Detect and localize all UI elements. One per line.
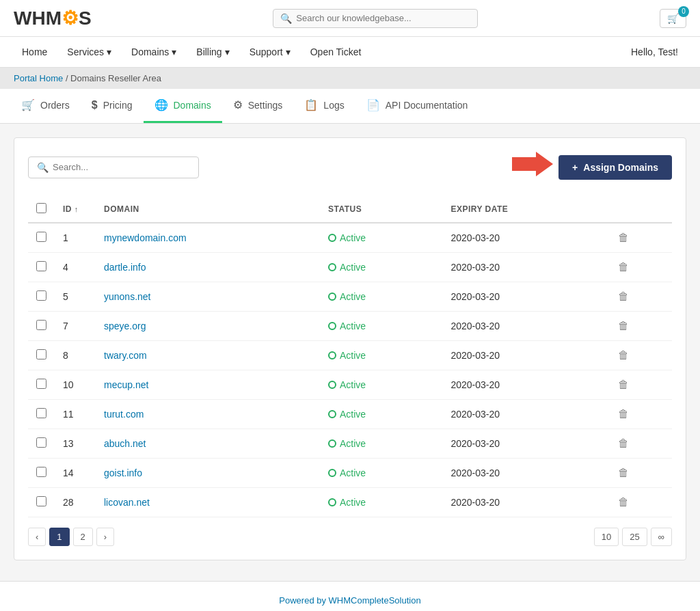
table-row: 8 twary.com Active 2020-03-20 🗑	[28, 341, 672, 370]
row-checkbox-cell	[28, 488, 55, 517]
row-domain[interactable]: yunons.net	[96, 282, 320, 312]
row-domain[interactable]: goist.info	[96, 459, 320, 488]
delete-row-button[interactable]: 🗑	[618, 408, 629, 420]
nav-domains[interactable]: Domains ▾	[123, 37, 185, 67]
search-input[interactable]	[296, 13, 470, 23]
nav-home[interactable]: Home	[14, 37, 55, 67]
col-domain: DOMAIN	[96, 196, 320, 223]
row-status: Active	[320, 282, 442, 312]
row-domain[interactable]: speye.org	[96, 312, 320, 341]
status-dot-icon	[328, 498, 336, 506]
nav-billing[interactable]: Billing ▾	[188, 37, 237, 67]
table-header-row: ID ↑ DOMAIN STATUS EXPIRY DATE	[28, 196, 672, 223]
header-right: 🛒 0	[660, 9, 686, 28]
select-all-checkbox[interactable]	[36, 203, 46, 213]
row-checkbox[interactable]	[36, 408, 46, 418]
row-checkbox[interactable]	[36, 349, 46, 359]
assign-domains-button[interactable]: + Assign Domains	[558, 155, 672, 180]
row-id: 28	[55, 488, 96, 517]
delete-row-button[interactable]: 🗑	[618, 232, 629, 244]
domain-search-wrap[interactable]: 🔍	[28, 157, 199, 178]
row-checkbox-cell	[28, 429, 55, 459]
tab-domains-label: Domains	[174, 100, 211, 111]
row-expiry: 2020-03-20	[442, 429, 610, 459]
row-checkbox[interactable]	[36, 320, 46, 330]
next-page-button[interactable]: ›	[96, 528, 114, 546]
status-label: Active	[340, 291, 366, 302]
row-id: 5	[55, 282, 96, 312]
row-status: Active	[320, 400, 442, 429]
row-delete-cell: 🗑	[610, 459, 672, 488]
tab-domains[interactable]: 🌐 Domains	[144, 89, 222, 123]
row-delete-cell: 🗑	[610, 223, 672, 253]
delete-row-button[interactable]: 🗑	[618, 379, 629, 391]
row-domain[interactable]: twary.com	[96, 341, 320, 370]
row-checkbox[interactable]	[36, 261, 46, 271]
row-checkbox[interactable]	[36, 437, 46, 448]
pricing-icon: $	[92, 99, 98, 111]
tab-orders[interactable]: 🛒 Orders	[10, 89, 81, 123]
row-expiry: 2020-03-20	[442, 253, 610, 282]
delete-row-button[interactable]: 🗑	[618, 496, 629, 508]
domain-search-icon: 🔍	[37, 162, 49, 173]
row-checkbox-cell	[28, 370, 55, 400]
row-domain[interactable]: licovan.net	[96, 488, 320, 517]
domains-table: ID ↑ DOMAIN STATUS EXPIRY DATE 1 mynewdo…	[28, 196, 672, 517]
delete-row-button[interactable]: 🗑	[618, 349, 629, 362]
status-label: Active	[340, 497, 366, 508]
row-domain[interactable]: mecup.net	[96, 370, 320, 400]
delete-row-button[interactable]: 🗑	[618, 320, 629, 332]
per-page-25-button[interactable]: 25	[622, 528, 647, 546]
row-status: Active	[320, 429, 442, 459]
tab-logs[interactable]: 📋 Logs	[293, 89, 355, 123]
status-label: Active	[340, 467, 366, 478]
row-id: 13	[55, 429, 96, 459]
cart-button[interactable]: 🛒 0	[660, 9, 686, 28]
col-expiry: EXPIRY DATE	[442, 196, 610, 223]
row-checkbox[interactable]	[36, 379, 46, 389]
page-1-button[interactable]: 1	[49, 528, 69, 546]
search-bar[interactable]: 🔍	[273, 9, 478, 28]
row-checkbox[interactable]	[36, 496, 46, 506]
user-greeting[interactable]: Hello, Test!	[623, 37, 686, 67]
row-domain[interactable]: dartle.info	[96, 253, 320, 282]
status-dot-icon	[328, 469, 336, 477]
row-checkbox[interactable]	[36, 290, 46, 301]
row-status: Active	[320, 488, 442, 517]
tab-api-docs[interactable]: 📄 API Documentation	[355, 89, 479, 123]
delete-row-button[interactable]: 🗑	[618, 467, 629, 479]
domain-search-input[interactable]	[53, 162, 190, 172]
delete-row-button[interactable]: 🗑	[618, 290, 629, 303]
per-page-all-button[interactable]: ∞	[651, 528, 672, 546]
nav-open-ticket[interactable]: Open Ticket	[302, 37, 370, 67]
row-checkbox[interactable]	[36, 467, 46, 477]
page-2-button[interactable]: 2	[73, 528, 93, 546]
logo-gear-icon: ⚙	[62, 8, 79, 29]
row-domain[interactable]: abuch.net	[96, 429, 320, 459]
table-row: 7 speye.org Active 2020-03-20 🗑	[28, 312, 672, 341]
tab-settings[interactable]: ⚙ Settings	[222, 89, 294, 123]
breadcrumb-current: Domains Reseller Area	[70, 73, 161, 83]
row-delete-cell: 🗑	[610, 370, 672, 400]
tab-settings-label: Settings	[248, 100, 283, 111]
tab-nav: 🛒 Orders $ Pricing 🌐 Domains ⚙ Settings …	[0, 89, 700, 124]
status-dot-icon	[328, 234, 336, 242]
nav-services[interactable]: Services ▾	[59, 37, 120, 67]
table-row: 11 turut.com Active 2020-03-20 🗑	[28, 400, 672, 429]
delete-row-button[interactable]: 🗑	[618, 261, 629, 273]
main-nav: Home Services ▾ Domains ▾ Billing ▾ Supp…	[0, 37, 700, 68]
nav-support[interactable]: Support ▾	[241, 37, 299, 67]
row-expiry: 2020-03-20	[442, 341, 610, 370]
delete-row-button[interactable]: 🗑	[618, 437, 629, 450]
row-domain[interactable]: mynewdomain.com	[96, 223, 320, 253]
breadcrumb-home[interactable]: Portal Home	[14, 73, 63, 83]
tab-pricing[interactable]: $ Pricing	[81, 90, 144, 123]
row-id: 10	[55, 370, 96, 400]
tab-orders-label: Orders	[40, 100, 70, 111]
footer: Powered by WHMCompleteSolution	[0, 581, 700, 611]
col-id[interactable]: ID ↑	[55, 196, 96, 223]
row-domain[interactable]: turut.com	[96, 400, 320, 429]
per-page-10-button[interactable]: 10	[594, 528, 619, 546]
row-checkbox[interactable]	[36, 232, 46, 242]
prev-page-button[interactable]: ‹	[28, 528, 46, 546]
